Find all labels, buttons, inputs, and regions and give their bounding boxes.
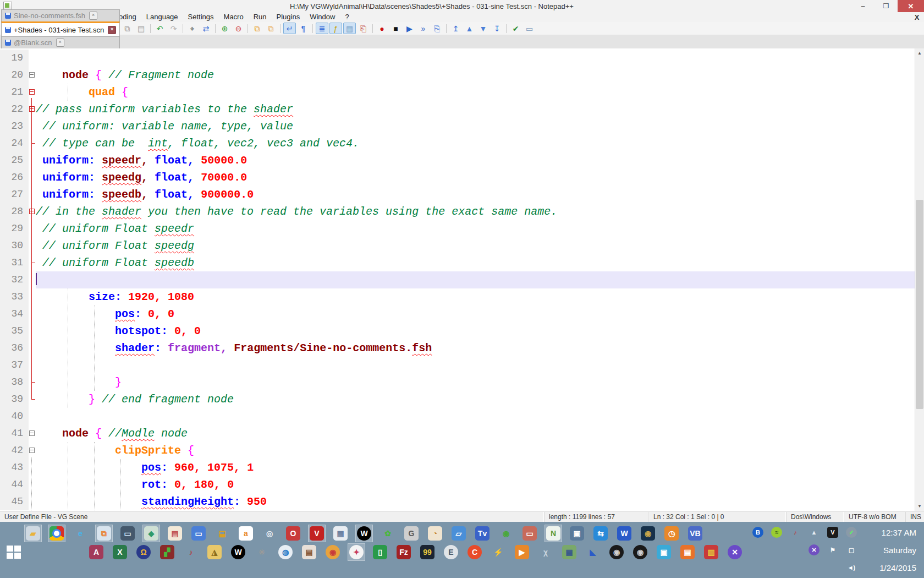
fold-margin[interactable] — [29, 271, 36, 288]
tab-3[interactable]: @Blank.scn× — [1, 36, 120, 48]
excel-icon[interactable]: X — [112, 544, 128, 560]
function-completion-icon[interactable]: ƒ — [329, 23, 342, 34]
fold-margin[interactable] — [29, 288, 36, 306]
fold-collapse-icon[interactable] — [29, 89, 35, 95]
filezilla-icon[interactable]: Fz — [395, 544, 412, 560]
google-earth-icon[interactable]: ◍ — [277, 544, 294, 560]
v-tray-icon[interactable]: V — [826, 526, 839, 539]
close-button[interactable]: ✕ — [898, 0, 924, 12]
start-button[interactable] — [7, 545, 23, 559]
zoom-in-icon[interactable]: ⊕ — [218, 23, 231, 34]
volume-icon[interactable]: ◄) — [845, 561, 858, 574]
filmstrip-icon[interactable]: ▥ — [703, 544, 719, 560]
word-icon[interactable]: W — [616, 525, 632, 542]
macro-stop-icon[interactable]: ■ — [389, 23, 402, 34]
go-to-first-icon[interactable]: ↥ — [449, 23, 462, 34]
x-purple-tray-icon[interactable]: ✕ — [807, 543, 821, 557]
access-icon[interactable]: A — [88, 544, 105, 560]
minimize-button[interactable]: – — [851, 0, 875, 12]
undo-icon[interactable]: ↶ — [153, 23, 166, 34]
fold-margin[interactable] — [29, 135, 36, 152]
scroll-up-arrow[interactable]: ▲ — [915, 48, 924, 58]
clock-day[interactable]: Saturday — [864, 546, 916, 555]
tv-app-icon[interactable]: Tv — [474, 525, 491, 542]
fold-margin[interactable] — [29, 374, 36, 391]
document-map-icon[interactable]: ▦ — [343, 23, 356, 34]
gimp-icon[interactable]: G — [403, 525, 420, 542]
spider-app-icon[interactable]: ✳ — [254, 544, 270, 560]
menu-window[interactable]: Window — [305, 12, 340, 22]
fold-margin[interactable] — [29, 220, 36, 237]
fold-margin[interactable] — [29, 152, 36, 169]
fold-margin[interactable] — [29, 408, 36, 425]
fold-margin[interactable] — [29, 425, 36, 442]
3d-modeler-icon[interactable]: ◆ — [143, 525, 160, 542]
notes-app-icon[interactable]: ▤ — [167, 525, 183, 542]
landscape-photo-icon[interactable]: ▦ — [561, 544, 578, 560]
restore-button[interactable]: ❐ — [875, 0, 898, 12]
macro-run-multiple-icon[interactable]: » — [417, 23, 430, 34]
fold-margin[interactable] — [29, 237, 36, 254]
redo-icon[interactable]: ↷ — [167, 23, 180, 34]
indent-guide-icon[interactable]: ≣ — [316, 23, 328, 34]
macro-record-icon[interactable]: ● — [376, 23, 388, 34]
fmca-doc-icon[interactable]: ▤ — [301, 544, 317, 560]
replace-icon[interactable]: ⇄ — [200, 23, 212, 34]
play-orange-icon[interactable]: ▶ — [514, 544, 530, 560]
w-circle-icon[interactable]: W — [230, 544, 246, 560]
music-note-tray-icon[interactable]: ♪ — [789, 526, 802, 539]
fold-collapse-icon[interactable] — [29, 209, 35, 214]
fold-margin[interactable] — [29, 306, 36, 323]
fold-margin[interactable] — [29, 50, 36, 67]
tab-close-icon[interactable]: × — [108, 26, 116, 34]
go-to-previous-icon[interactable]: ▲ — [463, 23, 476, 34]
torch-icon[interactable]: ⚡ — [490, 544, 507, 560]
reader-orange-icon[interactable]: ▤ — [679, 544, 696, 560]
phone-app-icon[interactable]: ▱ — [450, 525, 467, 542]
notepadpp-icon[interactable]: N — [545, 525, 562, 542]
fold-margin[interactable] — [29, 203, 36, 220]
music-composer-icon[interactable]: ♪ — [183, 544, 199, 560]
fold-collapse-icon[interactable] — [29, 430, 35, 436]
fold-margin[interactable] — [29, 459, 36, 476]
fold-margin[interactable] — [29, 84, 36, 101]
camera-one-icon[interactable]: ◉ — [608, 544, 625, 560]
chrome-icon[interactable] — [48, 525, 65, 542]
find-icon[interactable]: ⌖ — [186, 23, 199, 34]
monitor-99-icon[interactable]: 99 — [419, 544, 436, 560]
sync-horizontal-scroll-icon[interactable]: ⧉ — [265, 23, 277, 34]
go-to-next-icon[interactable]: ▼ — [477, 23, 490, 34]
remote-desktop-icon[interactable]: ▭ — [521, 525, 538, 542]
internet-explorer-icon[interactable]: e — [72, 525, 89, 542]
compass-app-icon[interactable]: ◉ — [640, 525, 656, 542]
fold-margin[interactable] — [29, 67, 36, 84]
tab-close-icon[interactable]: × — [89, 12, 97, 20]
menu-language[interactable]: Language — [141, 12, 183, 22]
fold-collapse-icon[interactable] — [29, 448, 35, 453]
fold-collapse-icon[interactable] — [29, 72, 35, 78]
vertical-scrollbar[interactable]: ▲ ▼ — [915, 48, 924, 511]
shark-fin-icon[interactable]: ◣ — [585, 544, 601, 560]
view-monitor-icon[interactable]: ▭ — [523, 23, 536, 34]
paste-icon[interactable]: ▤ — [135, 23, 147, 34]
bluetooth-icon[interactable]: B — [751, 526, 765, 539]
show-all-characters-icon[interactable]: ¶ — [297, 23, 310, 34]
go-to-last-icon[interactable]: ↧ — [491, 23, 503, 34]
menu-macro[interactable]: Macro — [219, 12, 249, 22]
tab-close-icon[interactable]: × — [56, 39, 64, 47]
presentation-app-icon[interactable]: ▭ — [190, 525, 207, 542]
copy-icon[interactable]: ⧉ — [121, 23, 134, 34]
calculator-icon[interactable]: ▦ — [332, 525, 349, 542]
menu-help[interactable]: ? — [340, 12, 354, 22]
usb-safely-remove-icon[interactable]: ✓ — [845, 526, 858, 539]
fold-margin[interactable] — [29, 169, 36, 186]
tab-1[interactable]: Sine-no-comments.fsh× — [1, 9, 120, 21]
x-purple-icon[interactable]: ✕ — [727, 544, 743, 560]
macro-play-icon[interactable]: ▶ — [403, 23, 416, 34]
tab-2[interactable]: +Shades - 031-sine Test.scn× — [1, 21, 120, 36]
ccleaner-icon[interactable]: C — [466, 544, 483, 560]
close-document-x[interactable]: X — [910, 13, 924, 21]
fold-margin[interactable] — [29, 391, 36, 408]
icq-flower-icon[interactable]: ✿ — [380, 525, 396, 542]
v-player-icon[interactable]: V — [309, 525, 325, 542]
